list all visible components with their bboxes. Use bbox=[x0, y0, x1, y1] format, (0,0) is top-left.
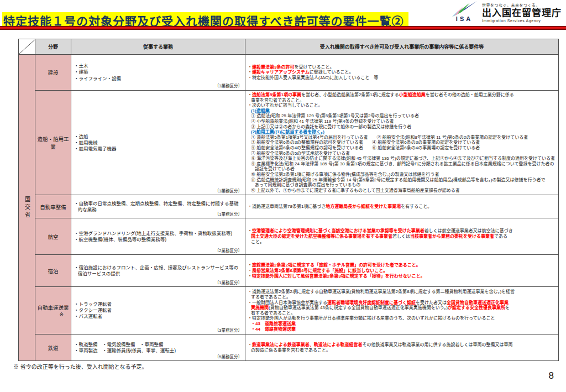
text-run: ⑪ 造船造機統計調査規則(昭和 25 年運輸省令第 14 号)第5条第2号に規定… bbox=[251, 177, 545, 182]
highlighted-text: 国土交通大臣の認定を受けた航空機整備等に係る事業場を有する事業者 bbox=[251, 234, 392, 239]
text-run: ・道路運送法第2条第2項に規定する自動車運送事業(貨物利用運送事業法第2条第8項… bbox=[248, 289, 515, 294]
table-row: 自動車整備・自動車の日常点検整備、定期点検整備、特定整備、特定整備に付随する基礎… bbox=[19, 195, 559, 218]
table-row: 国交省建設・土木・建築・ライフライン・設備〔3業務区分〕・建設業法第3条の許可を… bbox=[19, 55, 559, 91]
highlighted-text: 旅館業法第2条第2項に規定する「旅館・ホテル営業」の許可を受けた者であること。 bbox=[252, 263, 421, 268]
requirement-line: ③ 船舶安全法第6条の3の整備規程の認可を受けている者 ④ 船舶安全法第6条の3… bbox=[248, 140, 556, 145]
requirements-cell: ・道路運送車両法第78条第1項に基づき地方運輸局長から認証を受けた事業場を有する… bbox=[245, 195, 559, 218]
requirement-line: ・一般財団法人日本海事協会が実施する運転者職場環境良好度認証制度に基づく認証を受… bbox=[248, 300, 556, 306]
text-run: ③ 船舶安全法第6条の3の整備規程の認可を受けている者 ④ 船舶安全法第6条の3… bbox=[251, 140, 480, 145]
highlighted-text: 造船法第5条第1項の事業 bbox=[252, 92, 301, 97]
highlighted-text: 空港管理者により空港管理規則に基づく当該空港における営業の承認等を受けた事業者 bbox=[252, 228, 424, 233]
field-cell: 自動車整備 bbox=[35, 195, 71, 218]
requirement-line: ⑦ 船舶安全法第6条の5の型式承認を受けている者 bbox=[248, 151, 556, 156]
field-asterisk: ※ bbox=[36, 312, 70, 317]
requirement-line: ⑫ 上記以外で、①から⑪までに規定する者に準ずるものとして国土交通省海事局船舶産… bbox=[248, 188, 556, 194]
requirement-line: ⑪ 造船造機統計調査規則(昭和 25 年運輸省令第 14 号)第5条第2号に規定… bbox=[248, 177, 556, 183]
text-run: の製造に係る事業を営む者であること。 bbox=[251, 348, 331, 353]
text-run: ・ bbox=[248, 342, 252, 347]
task-category-note: 〔1業務区分〕 bbox=[215, 212, 242, 217]
text-run: である bbox=[494, 234, 507, 239]
highlighted-text: ・44 道路貨物運送業 bbox=[251, 327, 296, 332]
table-row: 造船・舶用工業・造船・舶用機械・舶用電気電子機器〔3業務区分〕・造船法第5条第1… bbox=[19, 91, 559, 195]
text-run: ① 造船法(昭和 25 年法律第 129 号)第5条第1項第1号又は第2号の届出… bbox=[251, 113, 419, 118]
text-run: 認証を受けている者 bbox=[255, 166, 295, 171]
text-run: を受けた者又は bbox=[416, 300, 447, 305]
table-row: 鉄道・軌道整備 ・電気設備整備 ・車両整備・車両製造 ・運輸係員(駅係員、車掌、… bbox=[19, 334, 559, 361]
text-run: に登録していること。 bbox=[310, 70, 354, 75]
requirements-cell: ・造船法第5条第1項の事業を営む者、小型船造船業法第2条第1項に規定する小型船造… bbox=[245, 91, 559, 195]
requirement-line: の製造に係る事業を営む者であること。 bbox=[248, 348, 556, 353]
task-category-note: 〔2業務区分〕 bbox=[215, 248, 242, 254]
text-run: ⑤ 船舶安全法第6条の4の整備規程の認可を受けている者 ⑥ 船舶安全法第6条の4… bbox=[251, 145, 480, 150]
requirements-cell: ・鉄道事業法による鉄道事業者、軌道法による軌道経営者その他鉄道事業又は軌道事業の… bbox=[245, 334, 559, 361]
requirement-line: ・特定技能外国人受入事業実施法人(JAC)に加入していること 等 bbox=[248, 75, 556, 81]
highlighted-text: 運転者職場環境良好度認証制度に基づく認証 bbox=[327, 300, 416, 305]
tasks-cell: ・トラック運転者・タクシー運転者・バス運転者〔3業務区分〕 bbox=[71, 287, 245, 334]
text-run: ⑨ 産業標準化法(昭和 24 年法律第 185 号)第 30 条第1項の規定に基… bbox=[251, 161, 554, 166]
requirement-line: あって同規則に基づき調査票の提出を行っているもの bbox=[248, 182, 556, 188]
task-item: ・自動車の日常点検整備、定期点検整備、特定整備、特定整備に付随する基礎的な業務 bbox=[74, 201, 242, 213]
ministry-label: 国交省 bbox=[19, 55, 35, 361]
text-run: ② 小型船造船業法(昭和 41 年法律第 119 号)第4条の登録を受けている者 bbox=[251, 119, 394, 124]
table-row: 宿泊・宿泊施設におけるフロント、企画・広報、接客及びレストランサービス等の宿泊サ… bbox=[19, 255, 559, 287]
text-run: 有する者であること。 bbox=[251, 311, 295, 316]
paper-plane-icon bbox=[451, 1, 478, 17]
task-item: ・舶用電気電子機器 bbox=[74, 146, 242, 152]
text-run: ・道路運送車両法第78条第1項に基づき bbox=[248, 204, 326, 209]
requirement-line: (2)舶用工業((1)に該当する者を除く。) bbox=[248, 129, 556, 135]
text-run: ・ bbox=[248, 70, 252, 75]
task-item: ・航空機整備(機体、装備品等の整備業務等) bbox=[74, 237, 242, 243]
requirement-line: ① 造船法第5条第1項第3号又は第4号の届出を行っている者 ② 船舶安全法(昭和… bbox=[248, 135, 556, 140]
task-item: ・車両製造 ・運輸係員(駅係員、車掌、運転士) bbox=[74, 348, 242, 354]
section-link[interactable]: (1)造船業 bbox=[251, 108, 270, 113]
highlighted-text: 当該事業者から業務の委託を受ける事業者 bbox=[410, 234, 494, 239]
text-run: を有すること。 bbox=[401, 204, 432, 209]
requirement-line: ・道路運送車両法第78条第1項に基づき地方運輸局長から認証を受けた事業場を有する… bbox=[248, 204, 556, 210]
requirement-line: ・鉄道事業法による鉄道事業者、軌道法による軌道経営者その他鉄道事業又は軌道事業の… bbox=[248, 342, 556, 348]
requirement-line: 国土交通大臣の認定を受けた航空機整備等に係る事業場を有する事業者若しくは当該事業… bbox=[248, 234, 556, 239]
requirement-line: ・道路運送法第2条第2項に規定する自動車運送事業(貨物利用運送事業法第2条第8項… bbox=[248, 289, 556, 295]
highlighted-text: が認定する安全性優良事業所 bbox=[448, 305, 505, 310]
highlighted-text: ・43 道路旅客運送業 bbox=[251, 321, 296, 326]
text-run: ・特定技能外国人が活動を行う事業所が日本標準産業分類に掲げる産業のうち、次のいず… bbox=[248, 316, 495, 321]
page-number: 8 bbox=[549, 370, 554, 381]
task-item: ・建築 bbox=[74, 69, 242, 75]
corner-cell bbox=[19, 39, 35, 55]
task-item: ・トラック運転者 bbox=[74, 301, 242, 307]
agency-name-jp: 出入国在留管理庁 bbox=[482, 8, 562, 19]
requirement-line: ・次のいずれかに該当していること。 bbox=[248, 103, 556, 108]
requirement-line: ③ 上記①又は②の者からの委託を現に受けて船体の一部の製造又は修繕を行う者 bbox=[248, 124, 556, 130]
highlighted-text: 特定技能外国人に対して風俗営業法第2条第3項に規定する「接待」を行わせないこと。 bbox=[252, 274, 425, 279]
requirement-line: ・造船法第5条第1項の事業を営む者、小型船造船業法第2条第1項に規定する小型船造… bbox=[248, 92, 556, 98]
text-run: ・次のいずれかに該当していること。 bbox=[248, 103, 323, 108]
requirement-line: 実施機関(貨物自動車運送事業法第 43条に規定する全国貨物自動車運送適正化事業実… bbox=[248, 305, 556, 311]
requirement-line: ⑩ 船舶安全法第2条第1項に掲げる事項に係る物件(構成部品等を含む。)の製造又は… bbox=[248, 172, 556, 177]
task-item: ・造船 bbox=[74, 134, 242, 140]
column-header-tasks: 従事する業務 bbox=[71, 39, 245, 55]
task-item: ・軌道整備 ・電気設備整備 ・車両整備 bbox=[74, 342, 242, 348]
requirement-line: 有する者であること。 bbox=[248, 311, 556, 316]
text-run: ・特定技能外国人受入事業実施法人(JAC)に加入していること 等 bbox=[248, 75, 378, 80]
highlighted-text: 風俗営業法第2条第6項第4号に規定する「施設」に該当しないこと。 bbox=[252, 268, 387, 273]
text-run: を営む者その他の造船・舶用工業分野に係る bbox=[426, 92, 514, 97]
table-header-row: 分野 従事する業務 受入れ機関の取得すべき許可及び受入れ事業所の事業内容等に係る… bbox=[19, 39, 559, 55]
task-category-note: 〔5業務区分〕 bbox=[215, 354, 242, 360]
requirements-cell: ・建設業法第3条の許可を受けていること。・建設キャリアアップシステムに登録してい… bbox=[245, 55, 559, 91]
text-run: その他鉄道事業又は軌道事業の用に供する施設若しくは車両の整備又は車両 bbox=[363, 342, 513, 347]
footnote: ※ 省令の改正等を行った後、受入れ開始となる予定。 bbox=[13, 362, 147, 370]
task-item: ・舶用機械 bbox=[74, 140, 242, 146]
requirement-line: (1)造船業 bbox=[248, 108, 556, 114]
text-run: あって同規則に基づき調査票の提出を行っているもの bbox=[255, 182, 360, 187]
requirements-cell: ・道路運送法第2条第2項に規定する自動車運送事業(貨物利用運送事業法第2条第8項… bbox=[245, 287, 559, 334]
text-run: する者であること。 bbox=[251, 295, 291, 300]
text-run: こと。 bbox=[251, 239, 264, 244]
requirement-line: ⑧ 海洋汚染等及び海上災害の防止に関する法律(昭和 45 年法律第 136 号)… bbox=[248, 156, 556, 161]
requirement-line: 事業を営む者であること。 bbox=[248, 98, 556, 103]
text-run: 事業を営む者であること。 bbox=[251, 98, 304, 103]
section-link[interactable]: (2)舶用工業((1)に該当する者を除く。) bbox=[251, 129, 324, 134]
text-run: ・ bbox=[248, 228, 252, 233]
text-run: ⑧ 海洋汚染等及び海上災害の防止に関する法律(昭和 45 年法律第 136 号)… bbox=[251, 156, 555, 161]
requirement-line: ① 造船法(昭和 25 年法律第 129 号)第5条第1項第1号又は第2号の届出… bbox=[248, 113, 556, 119]
requirement-line: こと。 bbox=[248, 239, 556, 245]
task-item: ・タクシー運転者 bbox=[74, 307, 242, 313]
